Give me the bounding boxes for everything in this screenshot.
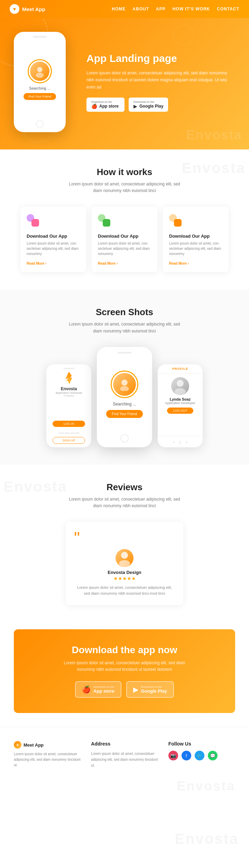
how-description: Lorem ipsum dolor sit amet, consectetuer…: [66, 181, 183, 194]
footer-col-1: Meet App Lorem ipsum dolor sit amet, con…: [14, 741, 81, 768]
feature-card-1: Download Our App Lorem ipsum dolor sit a…: [20, 207, 86, 272]
profile-logout-button[interactable]: LOG OUT: [167, 408, 194, 414]
download-googleplay-button[interactable]: ▶ Download on the Google Play: [126, 681, 174, 698]
how-title: How it works: [14, 167, 235, 177]
footer-address-title: Address: [91, 741, 158, 747]
download-description: Lorem ipsum dolor sit amet, consectetuer…: [55, 660, 194, 673]
store-buttons: Download on the 🍎 App store Download on …: [86, 98, 235, 112]
phone-main-avatar: [113, 373, 136, 396]
phone-main-find-btn[interactable]: Find Your Friend: [106, 410, 142, 418]
phone-main-content: Searching ... Find Your Friend: [106, 358, 142, 431]
envosta-company: Company: [64, 394, 74, 397]
phone-sm-speaker-1: [63, 368, 74, 369]
phone-avatar: [30, 62, 49, 81]
card2-readmore[interactable]: Read More: [98, 262, 118, 265]
download-buttons: 🍎 Download on the App store ▶ Download o…: [28, 681, 221, 698]
social-icons: 📷 f 🐦 💬: [168, 751, 235, 760]
nav-app[interactable]: APP: [156, 7, 166, 11]
phone-main-searching: Searching ...: [113, 402, 136, 406]
profile-avatar-icon: [171, 377, 189, 395]
profile-label: PROFILE: [160, 367, 200, 371]
card2-title: Download Our App: [98, 234, 151, 239]
nav-logo: Meet App: [10, 4, 45, 14]
card1-title: Download Our App: [27, 234, 80, 239]
dl-googleplay-name: Google Play: [141, 688, 167, 694]
reviews-section: Reviews Lorem ipsum dolor sit amet, cons…: [0, 465, 249, 622]
phone-searching-text: Searching ...: [29, 86, 50, 90]
googleplay-button[interactable]: Download on the ▶ Google Play: [129, 98, 168, 112]
screenshots-wrap: Envosta Envosta Screen Shots Lorem ipsum…: [0, 290, 249, 464]
footer: Meet App Lorem ipsum dolor sit amet, con…: [0, 727, 249, 775]
instagram-icon[interactable]: 📷: [168, 751, 178, 760]
reviewer-stars: ★★★★★: [74, 576, 175, 581]
phone-main-avatar-ring: [111, 371, 138, 398]
review-card: " Envosta Design ★★★★★ Lorem ipsum dolor…: [66, 522, 183, 605]
svg-point-2: [121, 380, 128, 386]
whatsapp-icon[interactable]: 💬: [208, 751, 218, 760]
how-it-works-wrap: Envosta How it works Lorem ipsum dolor s…: [0, 149, 249, 290]
card3-title: Download Our App: [169, 234, 222, 239]
profile-nav-home[interactable]: ⌂: [179, 439, 182, 445]
reviewer-name: Envosta Design: [74, 570, 175, 575]
apple-dl-icon: 🍎: [82, 685, 91, 694]
nav-about[interactable]: ABOUT: [132, 7, 149, 11]
login-button[interactable]: LOG IN: [53, 421, 85, 427]
profile-nav-back[interactable]: ‹: [173, 439, 175, 445]
feature-card-2: Download Our App Lorem ipsum dolor sit a…: [92, 207, 157, 272]
avatar-person-icon: [118, 378, 131, 391]
signup-button[interactable]: SIGN UP: [53, 437, 85, 444]
download-appstore-button[interactable]: 🍎 Download on the App store: [75, 681, 121, 698]
svg-point-6: [121, 552, 128, 559]
phone-envosta: Envosta Application Download Company LOG…: [46, 364, 91, 447]
card1-readmore[interactable]: Read More: [27, 262, 46, 265]
footer-col-2: Address Lorem ipsum dolor sit amet, cons…: [91, 741, 158, 768]
feature-card-3: Download Our App Lorem ipsum dolor sit a…: [163, 207, 229, 272]
profile-nav-forward[interactable]: ›: [186, 439, 187, 445]
screenshots-title: Screen Shots: [7, 307, 242, 318]
card1-text: Lorem ipsum dolor sit amet, con-sectetue…: [27, 241, 80, 256]
download-title: Download the app now: [28, 645, 221, 656]
footer-logo: Meet App: [14, 741, 81, 749]
svg-point-0: [37, 67, 42, 72]
phone-avatar-ring: [28, 59, 52, 83]
appstore-button[interactable]: Download on the 🍎 App store: [86, 98, 124, 112]
nav-contact[interactable]: CONTACT: [217, 7, 239, 11]
apple-icon: 🍎: [91, 103, 97, 109]
avatar-icon: [33, 65, 46, 78]
appstore-label: App store: [99, 104, 119, 109]
phone-main-home: [120, 434, 129, 442]
how-it-works-section: How it works Lorem ipsum dolor sit amet,…: [0, 149, 249, 290]
svg-point-4: [177, 380, 184, 387]
envosta-flame-icon: [64, 372, 74, 384]
hero-phone: Searching ... Find Your Friend: [14, 32, 76, 132]
dl-appstore-top: Download on the: [93, 685, 114, 688]
screenshots-desc: Lorem ipsum dolor sit amet, consectetuer…: [66, 321, 183, 334]
phone-main: Searching ... Find Your Friend: [97, 347, 152, 447]
navbar: Meet App HOME ABOUT APP HOW IT'S WORK CO…: [0, 0, 249, 18]
review-text: Lorem ipsum dolor sit amet, consectetuer…: [74, 585, 175, 597]
nav-how[interactable]: HOW IT'S WORK: [173, 7, 210, 11]
profile-nav: ‹ ⌂ ›: [158, 436, 203, 447]
reviewer-avatar-icon: [116, 549, 133, 567]
facebook-icon[interactable]: f: [182, 751, 191, 760]
find-friend-button[interactable]: Find Your Friend: [24, 93, 56, 100]
phone-speaker: [33, 36, 47, 38]
footer-col-3: Follow Us 📷 f 🐦 💬: [168, 741, 235, 768]
dl-googleplay-top: Download on the: [141, 685, 167, 688]
footer-address-text: Lorem ipsum dolor sit amet, consectetuer…: [91, 751, 158, 768]
download-section-wrap: Envosta Download the app now Lorem ipsum…: [0, 622, 249, 727]
card3-readmore[interactable]: Read More: [169, 262, 189, 265]
nav-logo-icon: [10, 4, 19, 14]
profile-role: Application Developer: [165, 401, 195, 405]
quote-icon: ": [74, 531, 175, 545]
nav-home[interactable]: HOME: [112, 7, 126, 11]
nav-logo-text: Meet App: [22, 6, 45, 12]
hero-section: Searching ... Find Your Friend App Landi…: [0, 18, 249, 149]
twitter-icon[interactable]: 🐦: [195, 751, 204, 760]
dl-appstore-name: App store: [93, 688, 114, 694]
download-googleplay-text: Download on the Google Play: [141, 685, 167, 694]
hero-description: Lorem ipsum dolor sit amet, consectetuer…: [86, 70, 235, 91]
play-icon: ▶: [133, 103, 137, 109]
svg-point-7: [119, 560, 130, 567]
card3-text: Lorem ipsum dolor sit amet, con-sectetue…: [169, 241, 222, 256]
